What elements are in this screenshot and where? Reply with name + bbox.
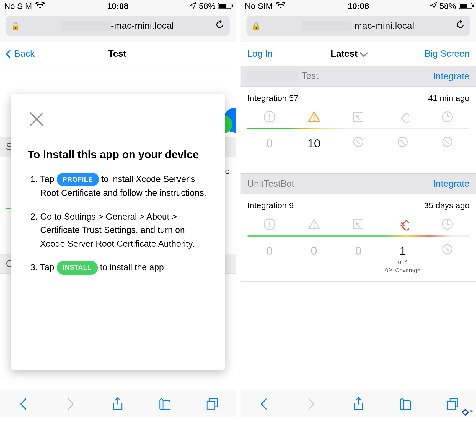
safari-url-bar: 🔒 -mac-mini.local xyxy=(0,12,236,42)
warnings-icon xyxy=(292,218,336,232)
url-field[interactable]: 🔒 ·mac-mini.local xyxy=(246,16,470,36)
big-screen-button[interactable]: Big Screen xyxy=(425,48,469,59)
safari-toolbar xyxy=(240,390,476,418)
chevron-left-icon xyxy=(6,50,14,58)
errors-icon xyxy=(247,218,292,232)
analysis-icon xyxy=(336,111,381,125)
errors-icon xyxy=(247,111,292,125)
toolbar-forward xyxy=(64,397,77,411)
status-gradient xyxy=(247,128,470,129)
status-bar: No SIM 10:08 58% xyxy=(0,0,236,12)
svg-point-14 xyxy=(269,226,270,227)
toolbar-back[interactable] xyxy=(17,397,30,411)
tests-value xyxy=(381,137,425,150)
clock: 10:08 xyxy=(348,1,369,11)
wifi-icon xyxy=(276,1,285,11)
status-gradient xyxy=(247,235,470,237)
warnings-icon xyxy=(292,111,336,125)
install-button[interactable]: INSTALL xyxy=(57,261,98,275)
share-icon[interactable] xyxy=(352,397,365,411)
filter-dropdown[interactable]: Latest xyxy=(330,48,367,59)
url-host: ·mac-mini.local xyxy=(265,20,451,32)
toolbar-back[interactable] xyxy=(257,397,271,411)
redacted-bot-prefix xyxy=(247,71,298,82)
safari-url-bar: 🔒 ·mac-mini.local xyxy=(240,12,476,42)
integration-label: Integration 57 xyxy=(247,93,299,103)
perf-value xyxy=(425,137,470,150)
battery-pct: 58% xyxy=(439,1,456,11)
tests-icon xyxy=(381,111,425,125)
bookmarks-icon[interactable] xyxy=(399,397,412,411)
tabs-icon[interactable] xyxy=(205,397,219,411)
svg-rect-8 xyxy=(401,113,409,123)
svg-rect-23 xyxy=(447,401,455,409)
bookmarks-icon[interactable] xyxy=(158,397,172,411)
step-1: Tap PROFILE to install Xcode Server's Ro… xyxy=(40,172,208,200)
integration-time: 35 days ago xyxy=(424,201,469,210)
back-button[interactable]: Back xyxy=(7,48,35,59)
perf-icon xyxy=(425,111,470,125)
redacted-host-prefix xyxy=(302,21,352,31)
url-field[interactable]: 🔒 -mac-mini.local xyxy=(6,16,230,36)
page-nav-bar: Log In Latest Big Screen xyxy=(240,42,476,66)
errors-value: 0 xyxy=(266,244,273,257)
page-nav-bar: Back Test xyxy=(0,42,236,66)
reload-icon[interactable] xyxy=(455,20,465,32)
svg-point-6 xyxy=(313,119,315,121)
errors-value: 0 xyxy=(266,137,273,150)
svg-point-17 xyxy=(313,227,315,228)
analysis-value: 0 xyxy=(355,244,362,257)
warnings-value: 10 xyxy=(307,137,320,150)
bot-header-test: Test Integrate xyxy=(240,66,476,87)
install-instructions-modal: To install this app on your device Tap P… xyxy=(11,94,225,370)
integration-time: 41 min ago xyxy=(428,93,469,103)
tests-coverage: 0% Coverage xyxy=(381,267,425,274)
battery-icon xyxy=(218,3,231,9)
page-title: Test xyxy=(108,48,126,59)
step-3: Tap INSTALL to install the app. xyxy=(40,261,208,275)
integration-row[interactable]: Integration 9 35 days ago 0 0 0 1 of 4 0… xyxy=(240,194,476,282)
chevron-down-icon xyxy=(360,49,368,57)
share-icon[interactable] xyxy=(111,397,124,411)
bot-header-unittest: UnitTestBot Integrate xyxy=(240,173,476,194)
bots-list: Test Integrate Integration 57 41 min ago… xyxy=(240,66,476,282)
reload-icon[interactable] xyxy=(215,20,225,32)
profile-button[interactable]: PROFILE xyxy=(57,173,99,186)
integrate-button[interactable]: Integrate xyxy=(433,71,469,82)
step-2: Go to Settings > General > About > Certi… xyxy=(40,210,208,251)
location-icon xyxy=(430,1,437,11)
svg-rect-0 xyxy=(207,401,215,409)
modal-heading: To install this app on your device xyxy=(28,148,208,161)
lock-icon: 🔒 xyxy=(252,21,261,30)
tests-fail-icon xyxy=(381,218,425,232)
lock-icon: 🔒 xyxy=(11,21,20,30)
analysis-icon xyxy=(336,218,381,232)
wifi-icon xyxy=(35,1,45,11)
url-host: -mac-mini.local xyxy=(24,20,211,32)
tests-of: of 4 xyxy=(381,258,425,265)
watermark-icon: ™ xyxy=(461,408,474,416)
integrate-button[interactable]: Integrate xyxy=(433,178,469,189)
integration-label: Integration 9 xyxy=(247,201,294,210)
integration-row[interactable]: Integration 57 41 min ago 0 10 xyxy=(240,87,476,158)
carrier-label: No SIM xyxy=(4,1,32,11)
svg-point-3 xyxy=(269,119,270,120)
warnings-value: 0 xyxy=(311,244,317,257)
tabs-icon[interactable] xyxy=(446,397,459,411)
location-icon xyxy=(190,1,196,11)
carrier-label: No SIM xyxy=(245,1,273,11)
close-icon[interactable] xyxy=(28,109,46,127)
safari-toolbar xyxy=(0,390,236,418)
screenshot-left: No SIM 10:08 58% 🔒 -mac-mini.local Back … xyxy=(0,0,236,417)
login-button[interactable]: Log In xyxy=(247,48,273,59)
battery-icon xyxy=(459,3,472,9)
screenshot-right: No SIM 10:08 58% 🔒 ·mac-mini.local Log I… xyxy=(240,0,476,417)
analysis-value xyxy=(336,137,381,150)
perf-value xyxy=(425,244,470,274)
tests-value: 1 xyxy=(400,244,406,257)
svg-rect-19 xyxy=(401,220,409,231)
status-bar: No SIM 10:08 58% xyxy=(240,0,476,12)
perf-icon xyxy=(425,218,470,232)
redacted-host-prefix xyxy=(61,21,111,31)
toolbar-forward xyxy=(305,397,318,411)
